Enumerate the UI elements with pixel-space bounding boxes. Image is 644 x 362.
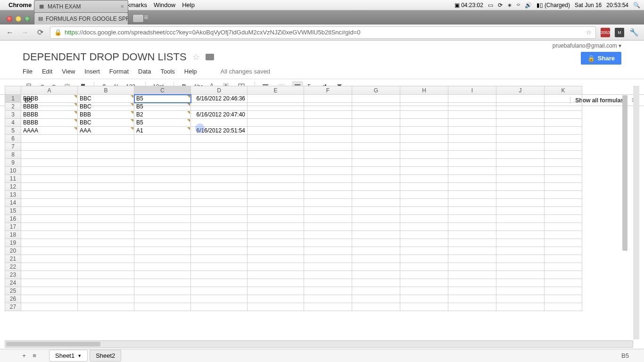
- share-button[interactable]: 🔒Share: [581, 52, 621, 65]
- user-email[interactable]: pruebafulano@gmail.com ▾: [553, 42, 621, 49]
- cell[interactable]: [545, 151, 582, 159]
- cell[interactable]: [352, 119, 400, 127]
- row-header[interactable]: 4: [5, 119, 21, 127]
- cell[interactable]: [78, 247, 134, 255]
- cell[interactable]: [78, 167, 134, 175]
- cell[interactable]: [400, 287, 448, 295]
- cell[interactable]: [191, 295, 248, 303]
- cell[interactable]: [400, 271, 448, 279]
- cell[interactable]: [248, 151, 304, 159]
- row-header[interactable]: 2: [5, 103, 21, 111]
- row-header[interactable]: 21: [5, 255, 21, 263]
- cell[interactable]: [191, 199, 248, 207]
- cell[interactable]: [78, 183, 134, 191]
- cell[interactable]: [304, 143, 352, 151]
- vertical-scrollbar[interactable]: [622, 95, 627, 251]
- row-header[interactable]: 26: [5, 295, 21, 303]
- cell[interactable]: [304, 103, 352, 111]
- cell[interactable]: [448, 207, 496, 215]
- cell[interactable]: [78, 287, 134, 295]
- select-all-cell[interactable]: [5, 86, 21, 95]
- cell[interactable]: [448, 287, 496, 295]
- cell[interactable]: [304, 239, 352, 247]
- cell[interactable]: [191, 159, 248, 167]
- cell[interactable]: [21, 247, 78, 255]
- cell[interactable]: [448, 111, 496, 119]
- cell[interactable]: [248, 119, 304, 127]
- cell[interactable]: [134, 263, 191, 271]
- column-header[interactable]: F: [304, 86, 352, 95]
- cell[interactable]: [545, 103, 582, 111]
- sheet-tab[interactable]: Sheet1▼: [49, 350, 88, 362]
- cell[interactable]: [78, 143, 134, 151]
- row-header[interactable]: 19: [5, 239, 21, 247]
- cell[interactable]: [496, 191, 545, 199]
- cell[interactable]: [352, 287, 400, 295]
- cell[interactable]: [352, 183, 400, 191]
- cell[interactable]: [400, 95, 448, 103]
- cell[interactable]: [400, 135, 448, 143]
- cell[interactable]: [78, 207, 134, 215]
- cell[interactable]: [400, 215, 448, 223]
- column-header[interactable]: J: [496, 86, 545, 95]
- extension-m-icon[interactable]: M: [615, 28, 624, 37]
- cell[interactable]: [448, 191, 496, 199]
- cell[interactable]: [191, 103, 248, 111]
- cell[interactable]: [496, 167, 545, 175]
- row-header[interactable]: 17: [5, 223, 21, 231]
- cell[interactable]: [545, 207, 582, 215]
- cell[interactable]: [191, 215, 248, 223]
- cell[interactable]: [545, 239, 582, 247]
- cell[interactable]: [496, 135, 545, 143]
- cell[interactable]: [496, 111, 545, 119]
- cell[interactable]: [545, 191, 582, 199]
- cell[interactable]: [248, 231, 304, 239]
- docs-menu-item[interactable]: Format: [109, 68, 129, 75]
- cell[interactable]: [352, 111, 400, 119]
- cell[interactable]: [134, 207, 191, 215]
- cell[interactable]: [134, 159, 191, 167]
- cell[interactable]: [545, 167, 582, 175]
- cell[interactable]: [78, 271, 134, 279]
- cell[interactable]: [304, 295, 352, 303]
- cell[interactable]: [21, 207, 78, 215]
- cell[interactable]: [304, 135, 352, 143]
- cell[interactable]: [496, 303, 545, 311]
- cell[interactable]: A1: [134, 127, 191, 135]
- docs-menu-item[interactable]: Tools: [160, 68, 174, 75]
- cell[interactable]: [448, 255, 496, 263]
- cell[interactable]: [248, 255, 304, 263]
- horizontal-scrollbar[interactable]: [5, 340, 633, 348]
- cell[interactable]: [352, 247, 400, 255]
- browser-tab[interactable]: ▤FORMULAS FOR GOOGLE SPR×: [34, 12, 128, 25]
- cell[interactable]: [304, 199, 352, 207]
- column-header[interactable]: D: [191, 86, 248, 95]
- cell[interactable]: [400, 127, 448, 135]
- cell[interactable]: [400, 103, 448, 111]
- cell[interactable]: [248, 95, 304, 103]
- close-tab-icon[interactable]: ×: [120, 3, 124, 10]
- cell[interactable]: [352, 191, 400, 199]
- cell[interactable]: [496, 263, 545, 271]
- cell[interactable]: [304, 271, 352, 279]
- cell[interactable]: [352, 231, 400, 239]
- cell[interactable]: [448, 183, 496, 191]
- cell[interactable]: [21, 231, 78, 239]
- row-header[interactable]: 10: [5, 167, 21, 175]
- cell[interactable]: [21, 143, 78, 151]
- cell[interactable]: [21, 191, 78, 199]
- cell[interactable]: [21, 199, 78, 207]
- cell[interactable]: [191, 119, 248, 127]
- cell[interactable]: [191, 167, 248, 175]
- row-header[interactable]: 5: [5, 127, 21, 135]
- cell[interactable]: [191, 183, 248, 191]
- cell[interactable]: [448, 143, 496, 151]
- cell[interactable]: [400, 143, 448, 151]
- cell[interactable]: B2: [134, 111, 191, 119]
- column-header[interactable]: A: [21, 86, 78, 95]
- cell[interactable]: [448, 127, 496, 135]
- cell[interactable]: [545, 199, 582, 207]
- cell[interactable]: [134, 223, 191, 231]
- cell[interactable]: [191, 255, 248, 263]
- row-header[interactable]: 11: [5, 175, 21, 183]
